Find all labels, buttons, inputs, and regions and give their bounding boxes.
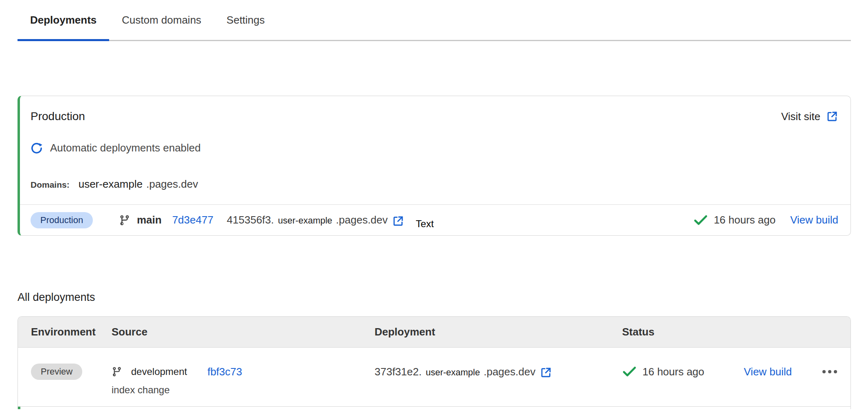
tab-settings[interactable]: Settings: [214, 0, 277, 40]
tab-deployments[interactable]: Deployments: [18, 0, 109, 40]
external-link-icon[interactable]: [540, 366, 552, 379]
column-header-source: Source: [112, 326, 375, 338]
domain-name: user-example: [79, 178, 143, 191]
deployment-url-prefix: 373f31e2.: [375, 366, 422, 378]
branch-name: development: [131, 366, 187, 377]
deployment-url-suffix: .pages.dev: [484, 366, 535, 378]
deployment-url-prefix: 415356f3.: [227, 214, 274, 226]
deployment-note-text: Text: [416, 218, 434, 230]
branch-name: main: [137, 214, 162, 226]
environment-badge-preview: Preview: [31, 364, 82, 380]
production-card: Production Visit site Automa: [18, 96, 851, 236]
commit-hash-link[interactable]: fbf3c73: [207, 366, 242, 378]
deployment-url: 373f31e2. user-example .pages.dev: [375, 366, 552, 378]
all-deployments-heading: All deployments: [18, 291, 868, 304]
auto-deploy-refresh-icon: [31, 142, 43, 154]
success-check-icon: [622, 366, 637, 378]
commit-hash-link[interactable]: 7d3e477: [172, 214, 213, 226]
deployment-url: 415356f3. user-example .pages.dev: [227, 214, 404, 226]
status-time: 16 hours ago: [642, 366, 704, 378]
source-branch-group: main: [119, 214, 162, 226]
deployment-url-name: user-example: [278, 215, 332, 226]
deployment-url-suffix: .pages.dev: [336, 214, 388, 226]
domains-row: Domains: user-example .pages.dev: [31, 178, 838, 191]
domain-suffix: .pages.dev: [146, 178, 198, 191]
auto-deploy-text: Automatic deployments enabled: [50, 142, 201, 154]
environment-badge-production: Production: [31, 212, 93, 228]
column-header-environment: Environment: [31, 326, 112, 338]
all-deployments-table: Environment Source Deployment Status Pre…: [18, 316, 851, 409]
column-header-deployment: Deployment: [375, 326, 622, 338]
status-cell: 16 hours ago: [622, 363, 744, 380]
tab-bar: Deployments Custom domains Settings: [18, 0, 851, 41]
source-cell: development fbf3c73 index change: [112, 363, 375, 396]
column-header-status: Status: [622, 326, 744, 338]
next-row-partial: [18, 407, 850, 409]
table-header-row: Environment Source Deployment Status: [18, 317, 850, 348]
production-deployment-row: Production main 7d3e477 415356f3. user-e…: [20, 204, 850, 235]
external-link-icon[interactable]: [392, 215, 404, 227]
success-check-icon: [693, 214, 708, 226]
ellipsis-icon: [822, 370, 837, 374]
view-build-link[interactable]: View build: [744, 366, 792, 378]
domains-label: Domains:: [31, 180, 70, 190]
visit-site-link[interactable]: Visit site: [781, 110, 838, 123]
visit-site-label: Visit site: [781, 110, 820, 123]
git-branch-icon: [119, 215, 130, 226]
row-actions-menu-button[interactable]: [822, 363, 850, 380]
commit-message: index change: [112, 384, 375, 396]
deployment-url-name: user-example: [426, 367, 480, 378]
view-build-link[interactable]: View build: [790, 214, 838, 226]
production-card-title: Production: [31, 110, 85, 123]
status-group: 16 hours ago: [693, 214, 776, 226]
external-link-icon: [826, 110, 838, 123]
tab-custom-domains[interactable]: Custom domains: [109, 0, 214, 40]
git-branch-icon: [112, 366, 122, 377]
table-row: Preview development fbf3c73 index change…: [18, 348, 850, 407]
status-time: 16 hours ago: [714, 214, 776, 226]
